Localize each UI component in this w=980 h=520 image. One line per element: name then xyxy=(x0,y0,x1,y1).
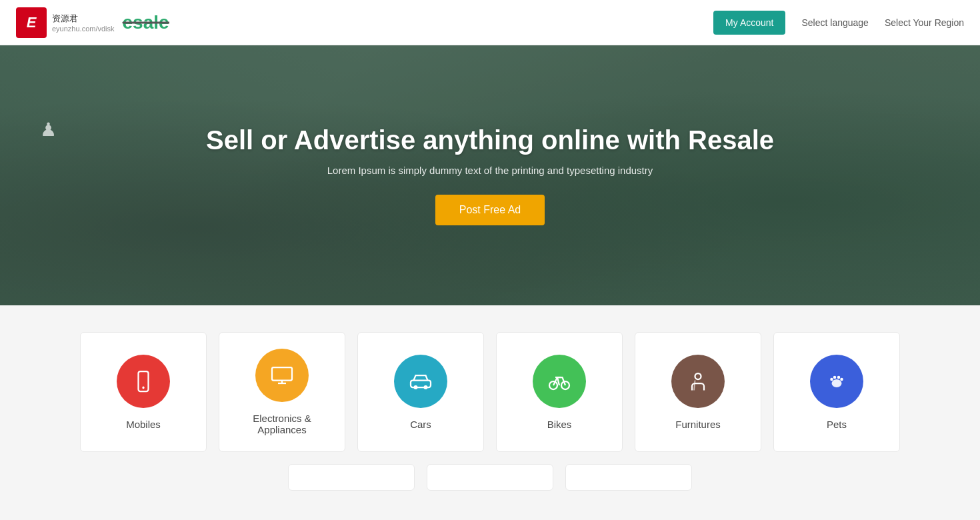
header: E 资源君 eyunzhu.com/vdisk esale My Account… xyxy=(0,0,980,45)
hero-subtitle: Lorem Ipsum is simply dummy text of the … xyxy=(206,165,774,176)
svg-point-10 xyxy=(561,381,569,389)
category-card-placeholder-3 xyxy=(565,464,692,491)
logo-text-area: 资源君 eyunzhu.com/vdisk xyxy=(52,13,115,33)
category-card-cars[interactable]: Cars xyxy=(357,332,484,452)
select-language[interactable]: Select language xyxy=(801,17,868,28)
electronics-icon xyxy=(255,349,309,402)
category-card-placeholder-1 xyxy=(288,464,415,491)
categories-row-2 xyxy=(53,464,927,491)
svg-rect-6 xyxy=(411,380,431,387)
select-region[interactable]: Select Your Region xyxy=(885,17,964,28)
furnitures-icon xyxy=(671,355,725,408)
category-card-pets[interactable]: Pets xyxy=(773,332,900,452)
furnitures-label: Furnitures xyxy=(675,419,721,430)
category-card-mobiles[interactable]: Mobiles xyxy=(80,332,207,452)
svg-point-15 xyxy=(840,377,843,381)
categories-row: MobilesElectronics & AppliancesCarsBikes… xyxy=(53,332,927,452)
svg-point-16 xyxy=(833,375,837,379)
hero-title: Sell or Advertise anything online with R… xyxy=(206,125,774,155)
logo-area: E 资源君 eyunzhu.com/vdisk esale xyxy=(16,7,169,38)
logo-chinese: 资源君 xyxy=(52,13,115,25)
svg-point-7 xyxy=(414,385,418,389)
category-card-furnitures[interactable]: Furnitures xyxy=(635,332,761,452)
svg-point-13 xyxy=(832,379,842,387)
svg-rect-3 xyxy=(272,367,292,381)
hero-section: ♟ Sell or Advertise anything online with… xyxy=(0,45,980,305)
pets-label: Pets xyxy=(827,419,847,430)
my-account-button[interactable]: My Account xyxy=(713,11,785,35)
pets-icon xyxy=(810,355,863,408)
chess-icon: ♟ xyxy=(40,119,57,141)
category-card-bikes[interactable]: Bikes xyxy=(496,332,623,452)
svg-point-2 xyxy=(143,387,145,389)
mobiles-label: Mobiles xyxy=(126,419,161,430)
category-card-electronics[interactable]: Electronics & Appliances xyxy=(219,332,345,452)
cars-icon xyxy=(394,355,447,408)
logo-letter: E xyxy=(16,7,47,38)
logo-resale: esale xyxy=(123,12,169,33)
svg-point-12 xyxy=(695,373,701,379)
header-right: My Account Select language Select Your R… xyxy=(713,11,964,35)
svg-point-17 xyxy=(837,375,841,379)
hero-content: Sell or Advertise anything online with R… xyxy=(206,125,774,225)
bikes-label: Bikes xyxy=(547,419,572,430)
mobiles-icon xyxy=(117,355,170,408)
svg-point-14 xyxy=(830,377,833,381)
svg-point-8 xyxy=(424,385,428,389)
post-free-ad-button[interactable]: Post Free Ad xyxy=(435,195,545,225)
electronics-label: Electronics & Appliances xyxy=(230,413,334,435)
category-card-placeholder-2 xyxy=(427,464,553,491)
cars-label: Cars xyxy=(410,419,431,430)
bikes-icon xyxy=(533,355,586,408)
logo-url: eyunzhu.com/vdisk xyxy=(52,25,115,33)
categories-section: MobilesElectronics & AppliancesCarsBikes… xyxy=(0,305,980,504)
